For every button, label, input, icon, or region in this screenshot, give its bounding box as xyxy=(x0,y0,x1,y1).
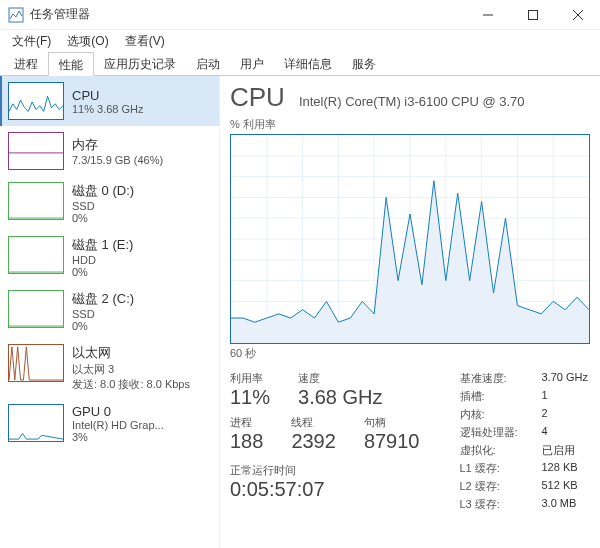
threads-value: 2392 xyxy=(291,430,336,453)
sidebar-memory-title: 内存 xyxy=(72,136,163,154)
sidebar-item-gpu0[interactable]: GPU 0 Intel(R) HD Grap... 3% xyxy=(0,398,219,449)
sidebar-eth-sub1: 以太网 3 xyxy=(72,362,190,377)
l2-label: L2 缓存: xyxy=(460,479,530,494)
sidebar-disk0-sub2: 0% xyxy=(72,212,134,224)
sidebar-item-disk1[interactable]: 磁盘 1 (E:) HDD 0% xyxy=(0,230,219,284)
cpu-model: Intel(R) Core(TM) i3-6100 CPU @ 3.70 xyxy=(299,94,525,109)
base-speed-value: 3.70 GHz xyxy=(542,371,588,386)
sockets-label: 插槽: xyxy=(460,389,530,404)
l1-label: L1 缓存: xyxy=(460,461,530,476)
sidebar-eth-sub2: 发送: 8.0 接收: 8.0 Kbps xyxy=(72,377,190,392)
sidebar-cpu-title: CPU xyxy=(72,88,144,103)
sidebar-item-memory[interactable]: 内存 7.3/15.9 GB (46%) xyxy=(0,126,219,176)
sidebar-disk2-title: 磁盘 2 (C:) xyxy=(72,290,134,308)
menu-view[interactable]: 查看(V) xyxy=(119,31,171,52)
tab-services[interactable]: 服务 xyxy=(342,52,386,75)
util-label: 利用率 xyxy=(230,371,270,386)
l1-value: 128 KB xyxy=(542,461,588,476)
chart-x-label: 60 秒 xyxy=(230,346,600,361)
sidebar-memory-sub: 7.3/15.9 GB (46%) xyxy=(72,154,163,166)
app-icon xyxy=(8,7,24,23)
tab-details[interactable]: 详细信息 xyxy=(274,52,342,75)
l3-label: L3 缓存: xyxy=(460,497,530,512)
sidebar-disk0-sub1: SSD xyxy=(72,200,134,212)
sidebar-cpu-sub: 11% 3.68 GHz xyxy=(72,103,144,115)
proc-value: 188 xyxy=(230,430,263,453)
tab-processes[interactable]: 进程 xyxy=(4,52,48,75)
sidebar-disk1-title: 磁盘 1 (E:) xyxy=(72,236,133,254)
sidebar-disk0-title: 磁盘 0 (D:) xyxy=(72,182,134,200)
menu-options[interactable]: 选项(O) xyxy=(61,31,114,52)
window-controls xyxy=(465,0,600,30)
gpu0-thumb xyxy=(8,404,64,442)
tab-users[interactable]: 用户 xyxy=(230,52,274,75)
base-speed-label: 基准速度: xyxy=(460,371,530,386)
cores-label: 内核: xyxy=(460,407,530,422)
speed-label: 速度 xyxy=(298,371,382,386)
l3-value: 3.0 MB xyxy=(542,497,588,512)
svg-rect-2 xyxy=(528,10,537,19)
cpu-info-grid: 基准速度:3.70 GHz 插槽:1 内核:2 逻辑处理器:4 虚拟化:已启用 … xyxy=(460,371,588,512)
l2-value: 512 KB xyxy=(542,479,588,494)
sidebar-disk2-sub1: SSD xyxy=(72,308,134,320)
sockets-value: 1 xyxy=(542,389,588,404)
maximize-button[interactable] xyxy=(510,0,555,30)
handles-label: 句柄 xyxy=(364,415,420,430)
virt-value: 已启用 xyxy=(542,443,588,458)
sidebar-item-cpu[interactable]: CPU 11% 3.68 GHz xyxy=(0,76,219,126)
sidebar-gpu0-sub1: Intel(R) HD Grap... xyxy=(72,419,164,431)
chart-y-label: % 利用率 xyxy=(230,117,600,132)
titlebar: 任务管理器 xyxy=(0,0,600,30)
close-button[interactable] xyxy=(555,0,600,30)
cpu-thumb xyxy=(8,82,64,120)
memory-thumb xyxy=(8,132,64,170)
disk0-thumb xyxy=(8,182,64,220)
uptime-value: 0:05:57:07 xyxy=(230,478,420,501)
util-value: 11% xyxy=(230,386,270,409)
uptime-label: 正常运行时间 xyxy=(230,463,420,478)
sidebar-item-disk2[interactable]: 磁盘 2 (C:) SSD 0% xyxy=(0,284,219,338)
sidebar-disk1-sub2: 0% xyxy=(72,266,133,278)
sidebar-disk1-sub1: HDD xyxy=(72,254,133,266)
sidebar-disk2-sub2: 0% xyxy=(72,320,134,332)
menubar: 文件(F) 选项(O) 查看(V) xyxy=(0,30,600,52)
main-title: CPU xyxy=(230,82,285,113)
sidebar: CPU 11% 3.68 GHz 内存 7.3/15.9 GB (46%) 磁盘… xyxy=(0,76,220,548)
ethernet-thumb xyxy=(8,344,64,382)
logical-value: 4 xyxy=(542,425,588,440)
tab-performance[interactable]: 性能 xyxy=(48,52,94,76)
tab-startup[interactable]: 启动 xyxy=(186,52,230,75)
menu-file[interactable]: 文件(F) xyxy=(6,31,57,52)
speed-value: 3.68 GHz xyxy=(298,386,382,409)
virt-label: 虚拟化: xyxy=(460,443,530,458)
sidebar-gpu0-sub2: 3% xyxy=(72,431,164,443)
handles-value: 87910 xyxy=(364,430,420,453)
tabs: 进程 性能 应用历史记录 启动 用户 详细信息 服务 xyxy=(0,52,600,76)
logical-label: 逻辑处理器: xyxy=(460,425,530,440)
cores-value: 2 xyxy=(542,407,588,422)
main-panel: CPU Intel(R) Core(TM) i3-6100 CPU @ 3.70… xyxy=(220,76,600,548)
cpu-chart xyxy=(230,134,590,344)
tab-app-history[interactable]: 应用历史记录 xyxy=(94,52,186,75)
disk1-thumb xyxy=(8,236,64,274)
sidebar-item-disk0[interactable]: 磁盘 0 (D:) SSD 0% xyxy=(0,176,219,230)
minimize-button[interactable] xyxy=(465,0,510,30)
proc-label: 进程 xyxy=(230,415,263,430)
window-title: 任务管理器 xyxy=(30,6,465,23)
sidebar-gpu0-title: GPU 0 xyxy=(72,404,164,419)
sidebar-item-ethernet[interactable]: 以太网 以太网 3 发送: 8.0 接收: 8.0 Kbps xyxy=(0,338,219,398)
sidebar-eth-title: 以太网 xyxy=(72,344,190,362)
disk2-thumb xyxy=(8,290,64,328)
threads-label: 线程 xyxy=(291,415,336,430)
